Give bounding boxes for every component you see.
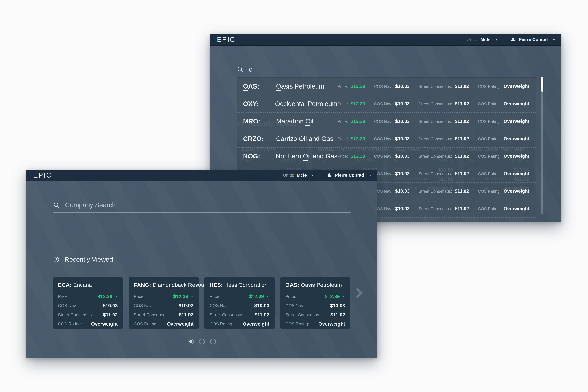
recently-viewed-cards: ECA: Encana Price: $12.39 ▲ COS Nav: $10…	[53, 277, 351, 329]
card-title: OAS: Oasis Petroleum	[285, 282, 345, 288]
page-content: Company Search Recently Viewed ECA: Enca…	[26, 182, 378, 358]
price-label: Price:	[285, 294, 325, 299]
price-label: Price:	[338, 84, 348, 89]
result-ticker: CRZO:	[243, 135, 270, 142]
search-result-row[interactable]: OXY: Occidental Petroleum Price:$12.39 C…	[236, 95, 536, 113]
card-price-row: Price: $12.39 ▲	[210, 292, 269, 301]
carousel-dot[interactable]	[210, 338, 216, 344]
cos-rating-value: Overweight	[504, 118, 529, 124]
street-consensus-label: Street Consensus:	[418, 154, 452, 159]
person-icon	[510, 37, 516, 42]
price-label: Price:	[338, 136, 348, 141]
recently-viewed-card[interactable]: ECA: Encana Price: $12.39 ▲ COS Nav: $10…	[53, 277, 123, 329]
cos-rating-label: COS Rating:	[478, 154, 501, 159]
street-consensus-label: Street Consensus:	[210, 312, 255, 317]
street-consensus-label: Street Consensus:	[418, 172, 452, 176]
user-menu[interactable]: Pierre Conrad ▾	[510, 34, 555, 45]
price-label: Price:	[338, 119, 348, 124]
price-up-icon: ▲	[342, 295, 345, 298]
price-value: $12.39	[351, 84, 365, 89]
app-logo: EPIC	[33, 171, 52, 179]
results-scrollbar-thumb[interactable]	[541, 77, 543, 92]
price-up-icon: ▲	[190, 295, 194, 298]
recently-viewed-card[interactable]: OAS: Oasis Petroleum Price: $12.39 ▲ COS…	[280, 277, 350, 329]
card-cos-nav-row: COS Nav: $10.03	[58, 301, 118, 310]
card-price-row: Price: $12.39 ▲	[58, 292, 118, 301]
card-title: ECA: Encana	[58, 282, 118, 288]
search-input[interactable]: o	[236, 62, 535, 77]
search-input[interactable]: Company Search	[53, 198, 351, 213]
cos-nav-value: $10.03	[103, 303, 118, 308]
street-consensus-label: Street Consensus:	[418, 119, 452, 124]
units-value: Mcfe	[297, 173, 307, 178]
price-value: $12.39	[173, 294, 188, 299]
card-price-row: Price: $12.39 ▲	[285, 292, 345, 301]
recently-viewed-card[interactable]: FANG: Diamondback Resources Price: $12.3…	[128, 277, 199, 329]
cos-nav-label: COS Nav:	[374, 119, 392, 124]
cos-nav-value: $10.03	[254, 303, 269, 308]
card-street-consensus-row: Street Consensus: $11.02	[134, 310, 194, 319]
header-divider	[322, 170, 322, 181]
cos-nav-value: $10.03	[395, 118, 410, 124]
price-label: Price:	[338, 154, 348, 159]
search-result-row[interactable]: CRZO: Carrizo Oil and Gas Price:$12.39 C…	[236, 130, 536, 148]
card-cos-rating-row: COS Rating: Overweight	[210, 319, 269, 328]
recently-viewed-card[interactable]: HES: Hess Corporation Price: $12.39 ▲ CO…	[204, 277, 274, 329]
cos-rating-value: Overweight	[504, 171, 529, 176]
carousel-dot[interactable]	[188, 338, 194, 344]
cos-nav-value: $10.03	[395, 101, 410, 106]
street-consensus-value: $11.02	[255, 312, 269, 318]
price-value: $12.39	[325, 294, 340, 299]
cos-rating-label: COS Rating:	[478, 136, 501, 141]
units-dropdown[interactable]: Units: Mcfe ▾	[280, 170, 316, 181]
cos-nav-label: COS Nav:	[58, 303, 103, 308]
app-header: EPIC Units: Mcfe ▾ Pierre Conrad ▾	[210, 34, 561, 46]
price-value: $12.39	[351, 101, 365, 106]
chevron-down-icon: ▾	[369, 173, 371, 177]
street-consensus-value: $11.02	[455, 84, 469, 89]
street-consensus-value: $11.02	[455, 206, 469, 211]
text-cursor	[258, 65, 258, 74]
results-scrollbar-track[interactable]	[541, 77, 543, 214]
street-consensus-value: $11.02	[455, 171, 469, 176]
price-value: $12.39	[249, 294, 264, 299]
price-label: Price:	[210, 294, 249, 299]
user-menu[interactable]: Pierre Conrad ▾	[327, 170, 371, 181]
cos-nav-value: $10.03	[395, 84, 410, 89]
result-ticker: OXY:	[243, 100, 270, 108]
price-up-icon: ▲	[115, 295, 118, 298]
search-placeholder: Company Search	[65, 202, 116, 209]
card-street-consensus-row: Street Consensus: $11.02	[210, 310, 269, 319]
street-consensus-value: $11.02	[179, 312, 194, 318]
cos-rating-value: Overweight	[504, 136, 529, 142]
street-consensus-label: Street Consensus:	[418, 206, 452, 211]
result-metrics: Price:$12.39 COS Nav:$10.03 Street Conse…	[338, 84, 529, 89]
search-result-row[interactable]: OAS: Oasis Petroleum Price:$12.39 COS Na…	[236, 78, 536, 95]
cos-rating-value: Overweight	[91, 321, 118, 327]
units-label: Units:	[467, 37, 478, 42]
chevron-right-icon	[356, 288, 363, 298]
cos-rating-label: COS Rating:	[285, 322, 318, 326]
cos-rating-value: Overweight	[504, 84, 529, 89]
cos-rating-value: Overweight	[504, 154, 529, 159]
app-logo: EPIC	[217, 36, 236, 44]
card-ticker: ECA:	[58, 282, 72, 288]
price-label: Price:	[338, 102, 348, 106]
street-consensus-value: $11.02	[455, 154, 469, 159]
units-dropdown[interactable]: Units: Mcfe ▾	[464, 34, 500, 45]
search-result-row[interactable]: NOG: Northern Oil and Gas Price:$12.39 C…	[236, 148, 536, 165]
cos-rating-value: Overweight	[504, 188, 529, 194]
carousel-dot[interactable]	[199, 338, 205, 344]
cos-rating-value: Overweight	[167, 321, 194, 327]
result-metrics: Price:$12.39 COS Nav:$10.03 Street Conse…	[338, 136, 529, 142]
cos-rating-value: Overweight	[318, 321, 345, 327]
street-consensus-value: $11.02	[455, 136, 469, 142]
cos-nav-value: $10.03	[395, 136, 410, 142]
carousel-next-button[interactable]	[356, 288, 364, 298]
search-result-row[interactable]: MRO: Marathon Oil Price:$12.39 COS Nav:$…	[236, 113, 536, 130]
price-label: Price:	[58, 294, 97, 299]
cos-rating-label: COS Rating:	[210, 322, 243, 326]
recently-viewed-heading: Recently Viewed	[53, 256, 351, 263]
cos-nav-label: COS Nav:	[374, 102, 392, 106]
cos-rating-label: COS Rating:	[478, 189, 501, 194]
